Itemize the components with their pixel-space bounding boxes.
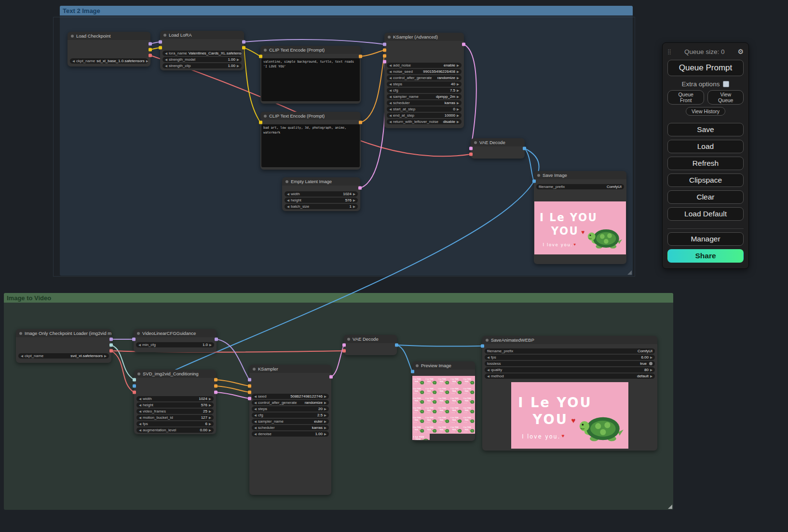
widget-height[interactable]: ◀height576▶ xyxy=(285,198,358,203)
node-title-bar[interactable]: SVD_img2vid_Conditioning xyxy=(134,370,216,378)
node-title-bar[interactable]: SaveAnimatedWEBP xyxy=(482,336,657,344)
clip-input-slot[interactable] xyxy=(259,55,262,58)
node-title-bar[interactable]: VideoLinearCFGGuidance xyxy=(134,329,217,337)
prompt-textarea[interactable]: bad art, low quality, 3d, photograph, an… xyxy=(261,124,360,167)
node-load-lora[interactable]: Load LoRA◀lora_nameValentines_Cards_XL.s… xyxy=(160,31,244,70)
image-output-slot[interactable] xyxy=(523,147,526,150)
node-clip-text-encode-positive[interactable]: CLIP Text Encode (Prompt)valentine, simp… xyxy=(260,46,361,104)
vae-input-slot[interactable] xyxy=(133,391,136,394)
node-title-bar[interactable]: Preview Image xyxy=(412,361,475,370)
group-resize-handle[interactable] xyxy=(668,505,672,509)
widget-scheduler[interactable]: ◀schedulerkarras▶ xyxy=(387,100,462,106)
widget-width[interactable]: ◀width1024▶ xyxy=(136,396,214,401)
latent-output-slot[interactable] xyxy=(358,186,362,190)
load-default-button[interactable]: Load Default xyxy=(667,207,744,221)
latent-input-slot[interactable] xyxy=(342,344,346,347)
node-vae-decode-video[interactable]: VAE Decode xyxy=(344,335,397,355)
node-title-bar[interactable]: VAE Decode xyxy=(471,138,525,146)
model-output-slot[interactable] xyxy=(109,338,113,341)
node-vae-decode[interactable]: VAE Decode xyxy=(471,138,525,159)
widget-seed[interactable]: ◀seed508627498122746▶ xyxy=(252,394,329,399)
prompt-textarea[interactable]: valentine, simple background, turtle, te… xyxy=(261,58,360,101)
widget-fps[interactable]: ◀fps6▶ xyxy=(136,421,214,426)
conditioning-input-slot[interactable] xyxy=(248,391,251,394)
node-ksampler-advanced[interactable]: KSampler (Advanced)◀add_noiseenable▶◀noi… xyxy=(384,33,464,128)
model-input-slot[interactable] xyxy=(159,40,162,44)
node-title-bar[interactable]: CLIP Text Encode (Prompt) xyxy=(260,46,361,54)
widget-add_noise[interactable]: ◀add_noiseenable▶ xyxy=(387,63,462,68)
node-empty-latent-image[interactable]: Empty Latent Image◀width1024▶◀height576▶… xyxy=(282,177,360,211)
model-output-slot[interactable] xyxy=(215,338,218,341)
widget-height[interactable]: ◀height576▶ xyxy=(136,402,214,408)
node-save-animated-webp[interactable]: SaveAnimatedWEBP filename_prefixComfyUI◀… xyxy=(482,336,657,451)
latent-output-slot[interactable] xyxy=(329,375,333,379)
image-output-slot[interactable] xyxy=(395,344,398,347)
view-queue-button[interactable]: View Queue xyxy=(707,90,744,105)
widget-width[interactable]: ◀width1024▶ xyxy=(285,191,358,197)
model-input-slot[interactable] xyxy=(132,338,136,341)
node-title-bar[interactable]: CLIP Text Encode (Prompt) xyxy=(260,112,361,120)
widget-noise_seed[interactable]: ◀noise_seed990155496226408▶ xyxy=(387,69,462,74)
conditioning-input-slot[interactable] xyxy=(248,385,251,388)
image-input-slot[interactable] xyxy=(133,385,136,388)
widget-ckpt_name[interactable]: ◀ckpt_namesvd_xt.safetensors▶ xyxy=(18,353,109,359)
node-image-only-checkpoint-loader[interactable]: Image Only Checkpoint Loader (img2vid mo… xyxy=(16,329,111,363)
model-input-slot[interactable] xyxy=(383,43,386,46)
latent-output-slot[interactable] xyxy=(214,391,217,394)
node-title-bar[interactable]: KSampler xyxy=(249,365,331,373)
node-preview-image[interactable]: Preview Image xyxy=(412,361,475,441)
group-resize-handle[interactable] xyxy=(627,270,632,275)
clear-button[interactable]: Clear xyxy=(667,190,744,204)
widget-cfg[interactable]: ◀cfg7.5▶ xyxy=(387,88,462,93)
widget-batch_size[interactable]: ◀batch_size1▶ xyxy=(285,204,358,209)
node-title-bar[interactable]: Load LoRA xyxy=(160,31,244,39)
widget-filename_prefix[interactable]: filename_prefixComfyUI xyxy=(536,184,624,189)
widget-lossless[interactable]: losslesstrue xyxy=(485,361,655,366)
share-button[interactable]: Share xyxy=(667,249,744,263)
model-output-slot[interactable] xyxy=(149,42,152,46)
group-image2video-header[interactable]: Image to Video xyxy=(4,293,673,303)
refresh-button[interactable]: Refresh xyxy=(667,157,744,170)
widget-steps[interactable]: ◀steps20▶ xyxy=(252,406,329,412)
clip-input-slot[interactable] xyxy=(159,46,162,50)
widget-strength_model[interactable]: ◀strength_model1.00▶ xyxy=(163,57,242,62)
vae-input-slot[interactable] xyxy=(342,349,346,353)
conditioning-output-slot[interactable] xyxy=(214,385,217,388)
node-load-checkpoint[interactable]: Load Checkpoint◀ckpt_namesd_xl_base_1.0.… xyxy=(68,32,150,66)
vae-input-slot[interactable] xyxy=(469,153,473,156)
widget-method[interactable]: ◀methoddefault▶ xyxy=(485,373,655,379)
widget-fps[interactable]: ◀fps6.00▶ xyxy=(485,355,655,360)
latent-input-slot[interactable] xyxy=(248,397,251,400)
widget-motion_bucket_id[interactable]: ◀motion_bucket_id127▶ xyxy=(136,415,214,420)
graph-canvas[interactable]: I Le YOU YOU I love you. ♥ ♥ xyxy=(0,0,788,532)
node-title-bar[interactable]: Empty Latent Image xyxy=(282,177,360,186)
node-clip-text-encode-negative[interactable]: CLIP Text Encode (Prompt)bad art, low qu… xyxy=(260,112,361,170)
latent-input-slot[interactable] xyxy=(383,60,386,64)
node-title-bar[interactable]: Load Checkpoint xyxy=(68,32,150,40)
save-button[interactable]: Save xyxy=(667,123,744,136)
vae-output-slot[interactable] xyxy=(149,54,152,57)
clip_vision-output-slot[interactable] xyxy=(109,344,113,347)
clip_vision-input-slot[interactable] xyxy=(133,378,136,382)
model-output-slot[interactable] xyxy=(242,40,245,44)
conditioning-input-slot[interactable] xyxy=(383,54,386,58)
widget-lora_name[interactable]: ◀lora_nameValentines_Cards_XL.safetensor… xyxy=(163,51,242,56)
widget-sampler_name[interactable]: ◀sampler_nameeuler▶ xyxy=(252,419,329,424)
widget-denoise[interactable]: ◀denoise1.00▶ xyxy=(252,431,329,437)
manager-button[interactable]: Manager xyxy=(667,232,744,246)
extra-options-checkbox[interactable] xyxy=(723,81,729,87)
conditioning-input-slot[interactable] xyxy=(383,49,386,52)
node-svd-img2vid-conditioning[interactable]: SVD_img2vid_Conditioning◀width1024▶◀heig… xyxy=(134,370,216,434)
node-title-bar[interactable]: VAE Decode xyxy=(344,335,397,343)
clip-output-slot[interactable] xyxy=(242,46,245,50)
widget-cfg[interactable]: ◀cfg2.5▶ xyxy=(252,412,329,418)
image-input-slot[interactable] xyxy=(411,370,414,373)
load-button[interactable]: Load xyxy=(667,140,744,153)
conditioning-output-slot[interactable] xyxy=(359,121,362,124)
conditioning-output-slot[interactable] xyxy=(359,55,362,58)
widget-sampler_name[interactable]: ◀sampler_namedpmpp_2m▶ xyxy=(387,94,462,99)
node-ksampler[interactable]: KSampler◀seed508627498122746▶◀control_af… xyxy=(249,365,331,495)
widget-end_at_step[interactable]: ◀end_at_step10000▶ xyxy=(387,113,462,118)
settings-gear-icon[interactable]: ⚙ xyxy=(737,48,744,55)
image-input-slot[interactable] xyxy=(481,345,484,348)
